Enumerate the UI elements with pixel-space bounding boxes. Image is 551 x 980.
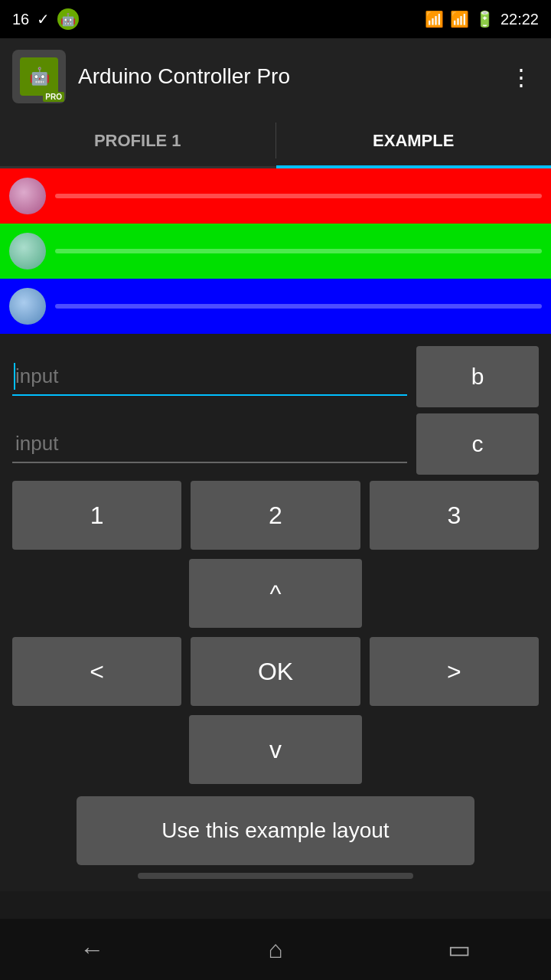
scroll-hint — [138, 873, 413, 879]
bottom-nav: ← ⌂ ▭ — [0, 919, 551, 980]
robot-icon: 🤖 — [57, 8, 79, 30]
app-bar: 🤖 PRO Arduino Controller Pro ⋮ — [0, 38, 551, 115]
red-slider-row — [0, 168, 551, 224]
green-slider-thumb[interactable] — [9, 233, 46, 270]
tab-example[interactable]: EXAMPLE — [276, 115, 552, 166]
time-display: 22:22 — [500, 11, 539, 28]
btn-row-2: ^ — [12, 559, 539, 628]
pro-badge: PRO — [43, 92, 64, 102]
app-title: Arduino Controller Pro — [78, 64, 504, 89]
input-wrapper-1 — [12, 358, 407, 396]
app-icon: 🤖 PRO — [12, 50, 66, 103]
button-ok[interactable]: OK — [191, 637, 360, 706]
button-left[interactable]: < — [12, 637, 181, 706]
wifi-icon: 📶 — [425, 10, 444, 28]
blue-slider-row — [0, 279, 551, 334]
button-2[interactable]: 2 — [191, 481, 360, 550]
button-1[interactable]: 1 — [12, 481, 181, 550]
home-icon: ⌂ — [268, 936, 282, 964]
input-wrapper-2 — [12, 426, 407, 463]
recent-button[interactable]: ▭ — [421, 926, 497, 972]
notification-count: 16 — [12, 11, 29, 28]
tab-bar: PROFILE 1 EXAMPLE — [0, 115, 551, 168]
overflow-menu-button[interactable]: ⋮ — [504, 57, 539, 96]
button-down[interactable]: v — [189, 715, 361, 784]
battery-icon: 🔋 — [475, 10, 494, 28]
use-example-button[interactable]: Use this example layout — [77, 796, 474, 865]
app-icon-inner: 🤖 — [20, 57, 58, 96]
green-slider-row — [0, 224, 551, 279]
signal-icon: 📶 — [450, 10, 469, 28]
main-content: b c 1 2 3 ^ < OK > v Use this example — [0, 334, 551, 891]
input-row-1: b — [12, 346, 539, 407]
check-icon: ✓ — [37, 10, 50, 28]
back-icon: ← — [80, 936, 104, 964]
home-button[interactable]: ⌂ — [237, 926, 314, 972]
btn-row-1: 1 2 3 — [12, 481, 539, 550]
button-3[interactable]: 3 — [370, 481, 539, 550]
text-input-2[interactable] — [15, 432, 404, 456]
button-c[interactable]: c — [416, 413, 539, 475]
back-button[interactable]: ← — [54, 926, 130, 972]
btn-row-3: < OK > — [12, 637, 539, 706]
red-slider-thumb[interactable] — [9, 178, 46, 214]
blue-slider-track[interactable] — [55, 304, 542, 309]
button-grid: 1 2 3 ^ < OK > v — [12, 481, 539, 784]
blue-slider-thumb[interactable] — [9, 288, 46, 325]
text-input-1[interactable] — [15, 364, 404, 388]
input-cursor — [14, 363, 15, 390]
btn-row-4: v — [12, 715, 539, 784]
status-bar: 16 ✓ 🤖 📶 📶 🔋 22:22 — [0, 0, 551, 38]
input-row-2: c — [12, 413, 539, 475]
button-b[interactable]: b — [416, 346, 539, 407]
button-right[interactable]: > — [370, 637, 539, 706]
tab-profile1[interactable]: PROFILE 1 — [0, 115, 276, 166]
green-slider-track[interactable] — [55, 249, 542, 253]
red-slider-track[interactable] — [55, 194, 542, 198]
recent-icon: ▭ — [448, 935, 471, 964]
button-up[interactable]: ^ — [189, 559, 361, 628]
